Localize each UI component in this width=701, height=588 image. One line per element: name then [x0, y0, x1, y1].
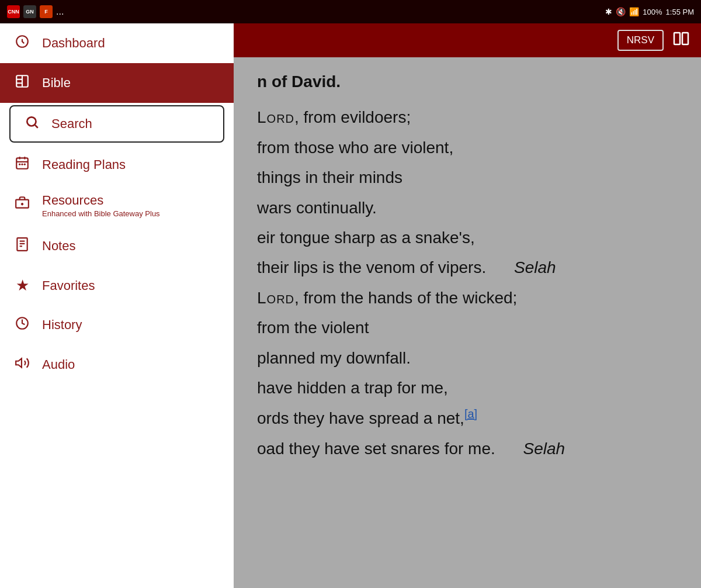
lord-2: Lord	[257, 289, 294, 307]
dashboard-icon	[14, 34, 30, 53]
sidebar-item-favorites[interactable]: ★ Favorites	[0, 266, 234, 305]
sidebar-item-reading-plans[interactable]: Reading Plans	[0, 145, 234, 185]
verse-5b: their lips is the venom of vipers. Selah	[257, 255, 678, 280]
title-partial: n of David.	[257, 72, 341, 91]
reading-plans-label: Reading Plans	[42, 157, 126, 172]
verse-3: things in their minds	[257, 165, 678, 190]
search-label: Search	[51, 116, 92, 132]
selah-1: Selah	[514, 258, 556, 276]
verse-11: oad they have set snares for me. Selah	[257, 436, 678, 461]
search-icon	[25, 115, 40, 133]
sidebar: Dashboard Bible Search	[0, 23, 234, 588]
resources-text-wrap: Resources Enhanced with Bible Gateway Pl…	[42, 193, 160, 218]
verse-9: have hidden a trap for me,	[257, 375, 678, 400]
verse-5a: eir tongue sharp as a snake's,	[257, 225, 678, 250]
sidebar-item-audio[interactable]: Audio	[0, 345, 234, 385]
reading-plans-icon	[14, 155, 30, 174]
bible-text-area: n of David. Lord, from evildoers; from t…	[234, 57, 701, 588]
sidebar-item-dashboard[interactable]: Dashboard	[0, 23, 234, 63]
status-bar-left: CNN GN F ...	[7, 5, 64, 18]
bible-label: Bible	[42, 75, 71, 91]
time-display: 1:55 PM	[666, 8, 694, 16]
svg-line-5	[35, 125, 38, 128]
version-button[interactable]: NRSV	[617, 30, 664, 51]
history-label: History	[42, 317, 82, 333]
sidebar-item-bible[interactable]: Bible	[0, 63, 234, 103]
favorites-icon: ★	[14, 276, 30, 295]
bible-content: NRSV n of David. Lord, from evildoers; f…	[234, 23, 701, 588]
sidebar-item-resources[interactable]: Resources Enhanced with Bible Gateway Pl…	[0, 185, 234, 226]
verse-1: Lord, from evildoers;	[257, 105, 678, 130]
svg-rect-22	[674, 33, 680, 44]
resources-label: Resources	[42, 193, 160, 208]
history-icon	[14, 316, 30, 334]
bible-icon	[14, 74, 30, 92]
resources-icon	[14, 195, 30, 214]
wifi-icon: 📶	[629, 7, 639, 16]
selah-2: Selah	[523, 440, 565, 458]
verse-4: wars continually.	[257, 195, 678, 220]
main-layout: Dashboard Bible Search	[0, 23, 701, 588]
verse-2: from those who are violent,	[257, 135, 678, 160]
sidebar-item-notes[interactable]: Notes	[0, 226, 234, 266]
svg-marker-21	[16, 358, 22, 367]
footnote-a[interactable]: [a]	[464, 407, 477, 420]
verse-7: from the violent	[257, 315, 678, 340]
audio-label: Audio	[42, 357, 75, 372]
status-bar-right: ✱ 🔇 📶 100% 1:55 PM	[605, 7, 694, 16]
gn-icon: GN	[23, 5, 36, 18]
notes-label: Notes	[42, 238, 75, 254]
volume-icon: 🔇	[616, 7, 626, 16]
status-bar: CNN GN F ... ✱ 🔇 📶 100% 1:55 PM	[0, 0, 701, 23]
verse-8: planned my downfall.	[257, 345, 678, 371]
svg-point-4	[27, 117, 36, 126]
bible-topbar: NRSV	[234, 23, 701, 57]
sidebar-item-search[interactable]: Search	[9, 105, 224, 143]
columns-icon[interactable]	[673, 30, 689, 50]
audio-icon	[14, 355, 30, 374]
cnn-icon: CNN	[7, 5, 20, 18]
battery-text: 100%	[643, 8, 662, 16]
dashboard-label: Dashboard	[42, 36, 105, 51]
bluetooth-icon: ✱	[605, 7, 612, 16]
sidebar-item-history[interactable]: History	[0, 305, 234, 345]
favorites-label: Favorites	[42, 278, 95, 293]
app-icons: CNN GN F ...	[7, 5, 64, 18]
lord-1: Lord	[257, 108, 294, 126]
verse-10: ords they have spread a net,[a]	[257, 405, 678, 431]
svg-rect-23	[682, 33, 688, 44]
flip-icon: F	[40, 5, 53, 18]
verse-6: Lord, from the hands of the wicked;	[257, 285, 678, 310]
notes-icon	[14, 237, 30, 255]
psalm-title: n of David.	[257, 69, 678, 94]
more-apps-indicator: ...	[56, 6, 64, 17]
resources-sub-label: Enhanced with Bible Gateway Plus	[42, 209, 160, 218]
